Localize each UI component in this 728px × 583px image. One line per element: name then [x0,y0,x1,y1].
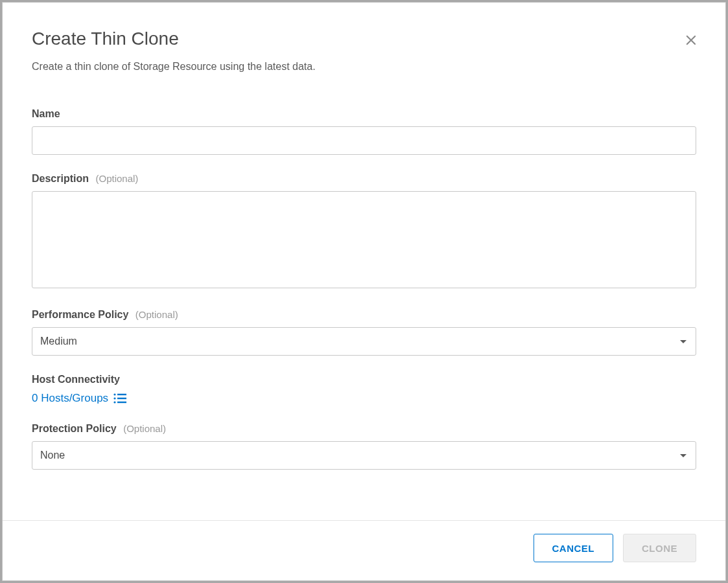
svg-point-4 [114,401,116,403]
dialog-body: Create Thin Clone Create a thin clone of… [3,3,725,520]
name-input[interactable] [32,126,696,155]
svg-point-2 [114,397,116,399]
description-group: Description (Optional) [32,173,696,291]
protection-policy-select[interactable]: None [32,441,696,470]
dialog-subtitle: Create a thin clone of Storage Resource … [32,61,696,73]
protection-policy-value: None [40,450,65,461]
performance-policy-label: Performance Policy [32,309,128,321]
create-thin-clone-dialog: Create Thin Clone Create a thin clone of… [2,2,726,581]
name-group: Name [32,108,696,155]
dialog-title: Create Thin Clone [32,29,696,49]
protection-policy-label: Protection Policy [32,423,117,435]
dialog-footer: CANCEL CLONE [3,520,725,580]
protection-policy-optional-tag: (Optional) [123,423,166,434]
host-connectivity-link-text: 0 Hosts/Groups [32,392,108,405]
svg-rect-3 [117,398,126,399]
svg-rect-5 [117,402,126,403]
host-connectivity-link[interactable]: 0 Hosts/Groups [32,392,126,405]
performance-policy-optional-tag: (Optional) [135,309,178,320]
description-textarea[interactable] [32,191,696,288]
name-label: Name [32,108,60,120]
svg-rect-1 [117,394,126,395]
protection-policy-group: Protection Policy (Optional) None [32,423,696,470]
performance-policy-select[interactable]: Medium [32,327,696,356]
cancel-button[interactable]: CANCEL [534,534,614,562]
close-button[interactable] [683,32,699,51]
performance-policy-value: Medium [40,336,77,347]
host-connectivity-label: Host Connectivity [32,374,120,385]
description-label: Description [32,173,89,185]
close-icon [683,40,699,51]
svg-point-0 [114,393,116,395]
clone-button[interactable]: CLONE [623,534,696,562]
performance-policy-group: Performance Policy (Optional) Medium [32,309,696,356]
list-icon [113,393,126,404]
host-connectivity-group: Host Connectivity 0 Hosts/Groups [32,374,696,405]
description-optional-tag: (Optional) [95,173,138,184]
